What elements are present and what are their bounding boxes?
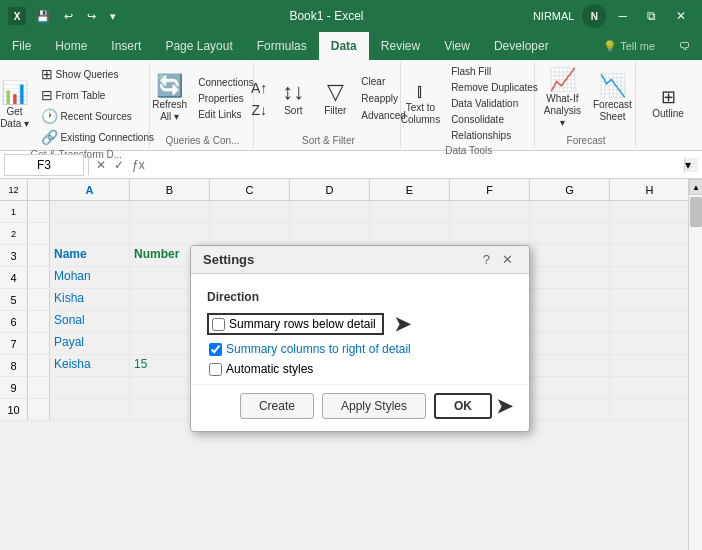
- tab-file[interactable]: File: [0, 32, 43, 60]
- cell-a8[interactable]: Keisha: [50, 355, 130, 376]
- outline-btn-1[interactable]: 1: [0, 201, 28, 222]
- tab-review[interactable]: Review: [369, 32, 432, 60]
- cell-g1[interactable]: [530, 201, 610, 222]
- cell-g9[interactable]: [530, 377, 610, 398]
- sort-button[interactable]: ↕↓ Sort: [273, 66, 313, 131]
- redo-button[interactable]: ↪: [83, 8, 100, 25]
- summary-cols-checkbox[interactable]: [209, 343, 222, 356]
- formula-bar-expand[interactable]: ▾: [684, 158, 698, 172]
- cell-g8[interactable]: [530, 355, 610, 376]
- cell-h8[interactable]: [610, 355, 688, 376]
- restore-button[interactable]: ⧉: [639, 7, 664, 25]
- cell-g3[interactable]: [530, 245, 610, 266]
- share-button[interactable]: 🗨: [667, 32, 702, 60]
- cell-h5[interactable]: [610, 289, 688, 310]
- auto-styles-checkbox[interactable]: [209, 363, 222, 376]
- cell-d1[interactable]: [290, 201, 370, 222]
- apply-styles-button[interactable]: Apply Styles: [322, 393, 426, 419]
- row-num-4: 4: [0, 267, 28, 288]
- cell-a6[interactable]: Sonal: [50, 311, 130, 332]
- refresh-all-button[interactable]: 🔄 RefreshAll ▾: [147, 66, 192, 131]
- cell-a3[interactable]: Name: [50, 245, 130, 266]
- remove-duplicates-button[interactable]: Remove Duplicates: [447, 80, 542, 95]
- consolidate-button[interactable]: Consolidate: [447, 112, 542, 127]
- scroll-up-button[interactable]: ▲: [689, 179, 702, 195]
- cell-b1[interactable]: [130, 201, 210, 222]
- cell-a5[interactable]: Kisha: [50, 289, 130, 310]
- tab-page-layout[interactable]: Page Layout: [153, 32, 244, 60]
- tab-formulas[interactable]: Formulas: [245, 32, 319, 60]
- sort-za-button[interactable]: Z↓: [247, 100, 271, 120]
- undo-button[interactable]: ↩: [60, 8, 77, 25]
- outline-button[interactable]: ⊞ Outline: [647, 72, 689, 137]
- outline-btn-2[interactable]: 2: [0, 223, 28, 244]
- modal-close-button[interactable]: ✕: [498, 252, 517, 267]
- what-if-button[interactable]: 📈 What-IfAnalysis ▾: [537, 66, 588, 131]
- scroll-thumb[interactable]: [690, 197, 702, 227]
- close-button[interactable]: ✕: [668, 7, 694, 25]
- tab-insert[interactable]: Insert: [99, 32, 153, 60]
- tab-developer[interactable]: Developer: [482, 32, 561, 60]
- cell-h4[interactable]: [610, 267, 688, 288]
- cell-h9[interactable]: [610, 377, 688, 398]
- scroll-track[interactable]: [689, 195, 702, 550]
- cell-g2[interactable]: [530, 223, 610, 244]
- cell-g4[interactable]: [530, 267, 610, 288]
- existing-connections-button[interactable]: 🔗 Existing Connections: [37, 127, 158, 147]
- tell-me-input[interactable]: 💡 Tell me: [591, 32, 667, 60]
- tab-home[interactable]: Home: [43, 32, 99, 60]
- cell-g10[interactable]: [530, 399, 610, 420]
- cell-f2[interactable]: [450, 223, 530, 244]
- cell-c1[interactable]: [210, 201, 290, 222]
- save-qat-button[interactable]: 💾: [32, 8, 54, 25]
- cell-d2[interactable]: [290, 223, 370, 244]
- cell-g7[interactable]: [530, 333, 610, 354]
- cell-f1[interactable]: [450, 201, 530, 222]
- from-table-button[interactable]: ⊟ From Table: [37, 85, 158, 105]
- show-queries-button[interactable]: ⊞ Show Queries: [37, 64, 158, 84]
- formula-input[interactable]: [152, 158, 680, 172]
- accept-formula-button[interactable]: ✓: [111, 158, 127, 172]
- cell-g6[interactable]: [530, 311, 610, 332]
- sort-az-button[interactable]: A↑: [247, 78, 271, 98]
- cell-reference-box[interactable]: F3: [4, 154, 84, 176]
- text-to-columns-button[interactable]: ⫿ Text toColumns: [396, 71, 445, 136]
- cell-c2[interactable]: [210, 223, 290, 244]
- minimize-button[interactable]: ─: [610, 7, 635, 25]
- cell-g5[interactable]: [530, 289, 610, 310]
- settings-modal: Settings ? ✕ Direction Summary rows belo…: [190, 245, 530, 432]
- create-button[interactable]: Create: [240, 393, 314, 419]
- cell-a1[interactable]: [50, 201, 130, 222]
- cell-h1[interactable]: [610, 201, 688, 222]
- modal-help-button[interactable]: ?: [479, 252, 494, 267]
- relationships-button[interactable]: Relationships: [447, 128, 542, 143]
- tab-view[interactable]: View: [432, 32, 482, 60]
- cell-a7[interactable]: Payal: [50, 333, 130, 354]
- summary-rows-checkbox[interactable]: [212, 318, 225, 331]
- cell-e2[interactable]: [370, 223, 450, 244]
- outline-icon: ⊞: [661, 88, 676, 106]
- cancel-formula-button[interactable]: ✕: [93, 158, 109, 172]
- get-data-button[interactable]: 📊 GetData ▾: [0, 73, 35, 138]
- cell-h10[interactable]: [610, 399, 688, 420]
- filter-button[interactable]: ▽ Filter: [315, 66, 355, 131]
- customize-qat-button[interactable]: ▾: [106, 8, 120, 25]
- cell-a2[interactable]: [50, 223, 130, 244]
- cell-h6[interactable]: [610, 311, 688, 332]
- data-validation-button[interactable]: Data Validation: [447, 96, 542, 111]
- tab-data[interactable]: Data: [319, 32, 369, 60]
- forecast-sheet-button[interactable]: 📉 ForecastSheet: [590, 66, 635, 131]
- cell-b2[interactable]: [130, 223, 210, 244]
- cell-a10[interactable]: [50, 399, 130, 420]
- recent-sources-button[interactable]: 🕐 Recent Sources: [37, 106, 158, 126]
- insert-function-button[interactable]: ƒx: [129, 158, 148, 172]
- cell-h3[interactable]: [610, 245, 688, 266]
- cell-a4[interactable]: Mohan: [50, 267, 130, 288]
- cell-h2[interactable]: [610, 223, 688, 244]
- cell-e1[interactable]: [370, 201, 450, 222]
- ok-button[interactable]: OK: [434, 393, 492, 419]
- vertical-scrollbar[interactable]: ▲ ▼: [688, 179, 702, 550]
- cell-h7[interactable]: [610, 333, 688, 354]
- cell-a9[interactable]: [50, 377, 130, 398]
- flash-fill-button[interactable]: Flash Fill: [447, 64, 542, 79]
